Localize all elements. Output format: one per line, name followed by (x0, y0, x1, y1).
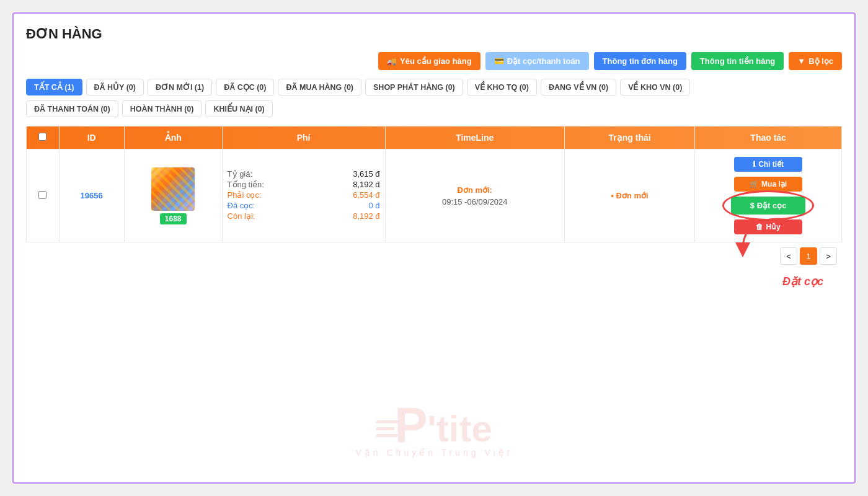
da-coc-value: 0 đ (369, 201, 380, 210)
tab-row1-7[interactable]: ĐANG VỀ VN (0) (541, 79, 616, 95)
ty-gia-label: Tỷ giá: (228, 169, 253, 179)
timeline-date: 09:15 -06/09/2024 (391, 197, 559, 206)
page-1-button[interactable]: 1 (800, 247, 817, 265)
order-id-link[interactable]: 19656 (81, 191, 103, 200)
header-thaotac: Thao tác (695, 126, 842, 149)
ty-gia-value: 3,615 đ (353, 169, 379, 179)
page-wrapper: ĐƠN HÀNG 🚚 Yêu cầu giao hàng 💳 Đặt cọc/t… (12, 12, 856, 484)
datcoc-button[interactable]: $ Đặt cọc (731, 197, 805, 215)
filter-tabs-row2: ĐÃ THANH TOÁN (0)HOÀN THÀNH (0)KHIẾU NẠI… (26, 100, 842, 117)
filter-icon: ▼ (797, 56, 805, 66)
status-badge: • Đơn mới (611, 191, 648, 200)
row-status-cell: • Đơn mới (564, 149, 694, 242)
timeline-status: Đơn mới: (391, 185, 559, 195)
tab-row2-0[interactable]: ĐÃ THANH TOÁN (0) (26, 100, 118, 117)
header-trangthai: Trạng thái (564, 126, 694, 149)
source-badge: 1688 (160, 213, 187, 224)
product-image: 1688 (130, 167, 217, 224)
header-id: ID (59, 126, 124, 149)
table-header-row: ID Ảnh Phí TimeLine Trạng thái Thao tác (27, 126, 842, 149)
muala-button[interactable]: 🛒 Mua lại (734, 177, 802, 192)
phai-coc-value: 6,554 đ (353, 190, 379, 200)
row-id-cell: 19656 (59, 149, 124, 242)
tab-row1-2[interactable]: ĐƠN MỚI (1) (148, 79, 212, 95)
next-page-button[interactable]: > (820, 247, 837, 265)
cart-icon: 🛒 (750, 180, 759, 188)
tab-row2-2[interactable]: KHIẾU NẠI (0) (205, 100, 272, 117)
tab-row1-5[interactable]: SHOP PHÁT HÀNG (0) (365, 79, 463, 95)
order-table-wrapper: ID Ảnh Phí TimeLine Trạng thái Thao tác (26, 126, 842, 265)
datcoc-circle-highlight: $ Đặt cọc (731, 195, 805, 216)
filter-button[interactable]: ▼ Bộ lọc (789, 52, 842, 70)
page-title: ĐƠN HÀNG (26, 26, 842, 42)
payment-info-button[interactable]: Thông tin tiền hàng (691, 52, 784, 70)
header-phi: Phí (222, 126, 385, 149)
row-actions-cell: ℹ Chi tiết 🛒 Mua lại $ Đặt cọc (695, 149, 842, 242)
tab-row1-8[interactable]: VỀ KHO VN (0) (620, 79, 690, 95)
truck-icon: 🚚 (387, 56, 397, 66)
tab-row1-0[interactable]: TẤT CẢ (1) (26, 79, 82, 95)
tong-tien-label: Tổng tiền: (228, 180, 264, 189)
con-lai-value: 8,192 đ (353, 211, 379, 221)
product-thumbnail (151, 167, 195, 211)
prev-page-button[interactable]: < (780, 247, 797, 265)
chitiet-button[interactable]: ℹ Chi tiết (734, 157, 802, 172)
action-buttons-group: ℹ Chi tiết 🛒 Mua lại $ Đặt cọc (700, 156, 836, 236)
row-fee-cell: Tỷ giá: 3,615 đ Tổng tiền: 8,192 đ Phải … (222, 149, 385, 242)
header-anh: Ảnh (124, 126, 222, 149)
info-icon: ℹ (753, 160, 756, 169)
tab-row2-1[interactable]: HOÀN THÀNH (0) (122, 100, 202, 117)
card-icon: 💳 (494, 56, 504, 66)
row-checkbox-cell (27, 149, 60, 242)
con-lai-label: Còn lại: (228, 211, 255, 221)
table-row: 19656 1688 Tỷ giá: (27, 149, 842, 242)
delivery-request-button[interactable]: 🚚 Yêu cầu giao hàng (378, 52, 480, 70)
datcoc-annotation-label: Đặt cọc (782, 275, 823, 288)
phai-coc-label: Phải cọc: (228, 190, 262, 200)
order-info-button[interactable]: Thông tin đơn hàng (594, 52, 686, 70)
huy-button[interactable]: 🗑 Hủy (734, 219, 802, 234)
filter-tabs-row1: TẤT CẢ (1)ĐÃ HỦY (0)ĐƠN MỚI (1)ĐÃ CỌC (0… (26, 79, 842, 95)
tab-row1-3[interactable]: ĐÃ CỌC (0) (216, 79, 274, 95)
tab-row1-6[interactable]: VỀ KHO TQ (0) (467, 79, 537, 95)
header-timeline: TimeLine (385, 126, 564, 149)
row-image-cell: 1688 (124, 149, 222, 242)
header-checkbox (27, 126, 60, 149)
tab-row1-4[interactable]: ĐÃ MUA HÀNG (0) (278, 79, 361, 95)
row-checkbox[interactable] (38, 191, 46, 199)
watermark-sub: Vận Chuyển Trung Việt (355, 448, 512, 458)
trash-icon: 🗑 (756, 223, 763, 231)
row-timeline-cell: Đơn mới: 09:15 -06/09/2024 (385, 149, 564, 242)
select-all-checkbox[interactable] (38, 133, 46, 141)
tong-tien-value: 8,192 đ (353, 180, 379, 189)
watermark: P 'tite Vận Chuyển Trung Việt (355, 397, 512, 458)
pagination: < 1 > (26, 247, 842, 265)
top-actions: 🚚 Yêu cầu giao hàng 💳 Đặt cọc/thanh toán… (26, 52, 842, 70)
deposit-payment-button[interactable]: 💳 Đặt cọc/thanh toán (485, 52, 589, 70)
order-table: ID Ảnh Phí TimeLine Trạng thái Thao tác (26, 126, 842, 242)
da-coc-label: Đã cọc: (228, 201, 255, 210)
tab-row1-1[interactable]: ĐÃ HỦY (0) (86, 79, 144, 95)
